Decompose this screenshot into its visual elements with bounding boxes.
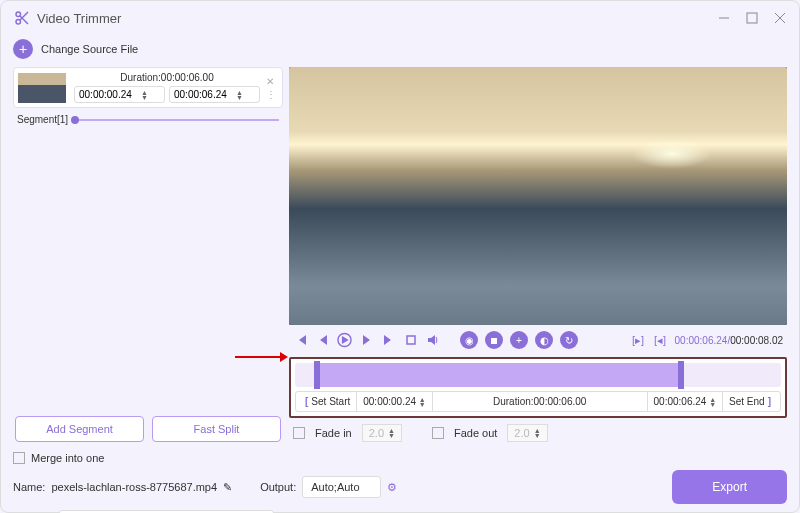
name-label: Name: xyxy=(13,481,45,493)
playback-controls: ◉ + ◐ ↻ [▸] [◂] 00:00:06.24/00:00:08.02 xyxy=(289,325,787,355)
segment-thumbnail xyxy=(18,73,66,103)
change-source-label[interactable]: Change Source File xyxy=(41,43,138,55)
skip-end-icon[interactable] xyxy=(381,333,396,348)
timeline-end-handle[interactable] xyxy=(678,361,684,389)
next-frame-icon[interactable] xyxy=(359,333,374,348)
fade-in-value[interactable]: 2.0▲▼ xyxy=(362,424,402,442)
fade-out-value[interactable]: 2.0▲▼ xyxy=(507,424,547,442)
refresh-icon[interactable]: ↻ xyxy=(560,331,578,349)
add-source-button[interactable]: + xyxy=(13,39,33,59)
fade-in-label: Fade in xyxy=(315,427,352,439)
maximize-button[interactable] xyxy=(745,11,759,25)
fade-out-label: Fade out xyxy=(454,427,497,439)
skip-start-icon[interactable] xyxy=(293,333,308,348)
export-button[interactable]: Export xyxy=(672,470,787,504)
svg-marker-9 xyxy=(280,352,288,362)
set-start-button[interactable]: [Set Start xyxy=(296,392,357,411)
fade-out-checkbox[interactable] xyxy=(432,427,444,439)
marker-end-icon[interactable]: [◂] xyxy=(653,333,668,348)
merge-checkbox[interactable] xyxy=(13,452,25,464)
segment-menu-icon[interactable]: ⋮ xyxy=(264,89,278,100)
volume-icon[interactable] xyxy=(425,333,440,348)
segment-label: Segment[1] xyxy=(17,114,68,125)
output-select[interactable]: Auto;Auto xyxy=(302,476,380,498)
video-preview[interactable] xyxy=(289,67,787,325)
minimize-button[interactable] xyxy=(717,11,731,25)
output-label: Output: xyxy=(260,481,296,493)
end-time-input[interactable]: ▲▼ xyxy=(169,86,260,103)
timeline-start-handle[interactable] xyxy=(314,361,320,389)
stop-icon[interactable] xyxy=(403,333,418,348)
svg-rect-7 xyxy=(407,336,415,344)
marker-start-icon[interactable]: [▸] xyxy=(631,333,646,348)
trim-end-input[interactable]: 00:00:06.24 ▲▼ xyxy=(648,392,724,411)
file-name: pexels-lachlan-ross-8775687.mp4 xyxy=(51,481,217,493)
merge-label: Merge into one xyxy=(31,452,104,464)
fast-split-button[interactable]: Fast Split xyxy=(152,416,281,442)
svg-rect-3 xyxy=(747,13,757,23)
remove-segment-icon[interactable]: ✕ xyxy=(264,76,276,87)
trim-start-input[interactable]: 00:00:00.24 ▲▼ xyxy=(357,392,433,411)
segment-card[interactable]: Duration:00:00:06.00 ▲▼ ▲▼ ✕ ⋮ xyxy=(13,67,283,108)
edit-name-icon[interactable]: ✎ xyxy=(223,481,232,494)
add-icon[interactable]: + xyxy=(510,331,528,349)
fade-in-checkbox[interactable] xyxy=(293,427,305,439)
trim-panel: [Set Start 00:00:00.24 ▲▼ Duration:00:00… xyxy=(289,357,787,418)
trim-duration-label: Duration:00:00:06.00 xyxy=(433,392,648,411)
copy-icon[interactable]: ◐ xyxy=(535,331,553,349)
delete-icon[interactable] xyxy=(485,331,503,349)
start-time-input[interactable]: ▲▼ xyxy=(74,86,165,103)
app-logo-icon xyxy=(13,9,31,27)
time-display: 00:00:06.24/00:00:08.02 xyxy=(675,335,783,346)
duration-label: Duration:00:00:06.00 xyxy=(74,72,260,83)
close-button[interactable] xyxy=(773,11,787,25)
gear-icon[interactable]: ⚙ xyxy=(387,481,397,494)
add-segment-button[interactable]: Add Segment xyxy=(15,416,144,442)
annotation-arrow-icon xyxy=(230,347,290,367)
timeline[interactable] xyxy=(295,363,781,387)
prev-frame-icon[interactable] xyxy=(315,333,330,348)
set-end-button[interactable]: Set End] xyxy=(723,392,780,411)
window-title: Video Trimmer xyxy=(37,11,717,26)
titlebar: Video Trimmer xyxy=(1,1,799,35)
segment-slider[interactable] xyxy=(74,119,279,121)
snapshot-icon[interactable]: ◉ xyxy=(460,331,478,349)
play-icon[interactable] xyxy=(337,333,352,348)
